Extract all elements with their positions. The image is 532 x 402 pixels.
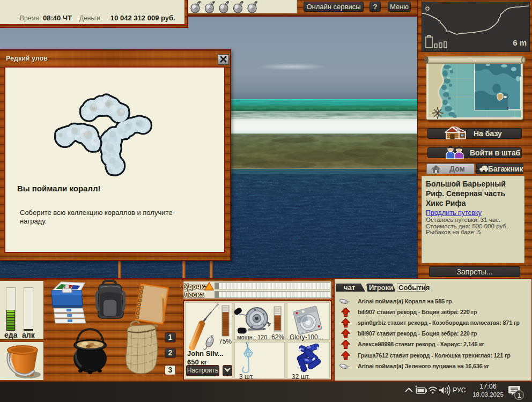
- svg-text:1: 1: [518, 392, 521, 399]
- svg-text:6 m: 6 m: [513, 38, 527, 47]
- svg-text:РУС: РУС: [453, 386, 466, 394]
